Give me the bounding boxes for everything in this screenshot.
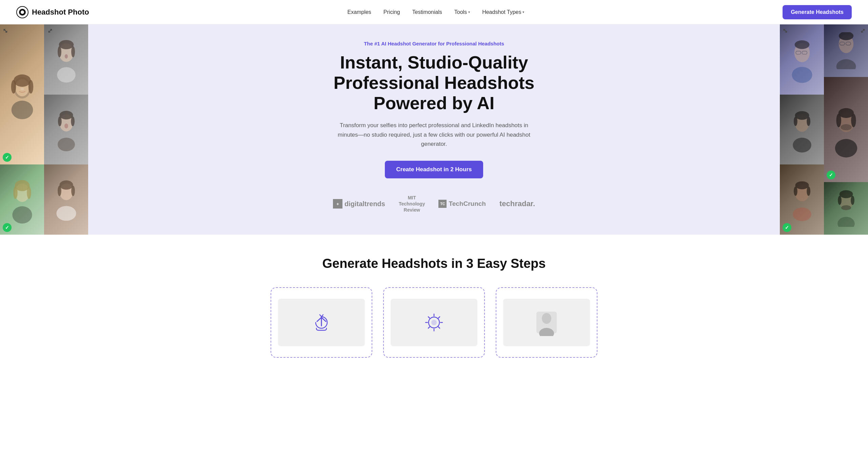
svg-point-16 <box>57 67 76 83</box>
svg-point-26 <box>64 123 68 129</box>
svg-point-46 <box>807 187 810 196</box>
svg-point-55 <box>836 114 841 127</box>
photo-male-glasses-top <box>780 24 824 95</box>
svg-point-23 <box>59 111 73 119</box>
dt-icon: + <box>333 199 342 209</box>
hero-subtitle: Transform your selfies into perfect prof… <box>336 121 532 149</box>
dt-label: digitaltrends <box>344 200 385 208</box>
svg-point-60 <box>839 190 853 198</box>
svg-point-7 <box>14 75 31 87</box>
press-logos: + digitaltrends MITTechnologyReview TC T… <box>322 195 546 213</box>
left-col-2 <box>44 24 88 235</box>
expand-tl-icon: ⤡ <box>3 27 8 35</box>
svg-point-40 <box>793 117 797 126</box>
logo-link[interactable]: Headshot Photo <box>16 6 89 18</box>
svg-point-13 <box>13 187 18 199</box>
chevron-down-icon: ▾ <box>522 10 524 14</box>
svg-point-19 <box>71 46 75 57</box>
hero-photos-left: ⤡ ⤢ ✓ <box>0 24 88 235</box>
press-mit: MITTechnologyReview <box>399 195 425 213</box>
generate-headshots-button[interactable]: Generate Headshots <box>783 5 852 19</box>
right-col-2: ✓ <box>824 24 868 235</box>
result-photo-icon <box>533 309 560 336</box>
nav-item-testimonials[interactable]: Testimonials <box>412 9 442 15</box>
svg-point-53 <box>835 139 857 157</box>
step-card-2 <box>383 287 485 358</box>
steps-title: Generate Headshots in 3 Easy Steps <box>16 256 852 271</box>
expand-right-tl-icon: ⤡ <box>783 27 788 35</box>
svg-point-39 <box>795 111 809 119</box>
svg-point-2 <box>21 11 24 14</box>
right-col-1: ✓ <box>780 24 824 235</box>
expand-right-tr-icon: ⤢ <box>860 27 865 35</box>
step-card-3 <box>496 287 597 358</box>
press-digitaltrends: + digitaltrends <box>333 199 385 209</box>
photo-male-beard-bottom <box>824 182 868 235</box>
nav-item-headshot-types[interactable]: Headshot Types ▾ <box>482 9 524 15</box>
left-col-1: ✓ ✓ <box>0 24 44 235</box>
nav-item-examples[interactable]: Examples <box>348 9 371 15</box>
svg-point-30 <box>58 186 61 196</box>
check-badge-right-2: ✓ <box>827 171 835 179</box>
svg-point-41 <box>807 117 810 126</box>
steps-section: Generate Headshots in 3 Easy Steps <box>0 235 868 371</box>
svg-point-65 <box>431 320 437 325</box>
press-techcrunch: TC TechCrunch <box>438 200 486 208</box>
photo-female-outdoor: ✓ <box>0 164 44 235</box>
press-techradar: techradar. <box>499 199 535 208</box>
svg-point-17 <box>59 40 74 49</box>
svg-point-33 <box>792 67 812 83</box>
step-1-visual <box>278 299 365 346</box>
hero-center: The #1 AI Headshot Generator for Profess… <box>315 41 553 213</box>
svg-point-28 <box>56 206 76 221</box>
logo-text: Headshot Photo <box>32 8 89 17</box>
hero-photos-right: ⤡ ⤢ <box>780 24 868 235</box>
logo-icon <box>16 6 28 18</box>
step-3-visual <box>503 299 590 346</box>
svg-point-8 <box>11 80 16 94</box>
steps-grid <box>16 287 852 358</box>
svg-point-14 <box>27 187 31 199</box>
expand-tr-icon: ⤢ <box>47 27 53 35</box>
photo-female-brunette: ✓ <box>0 24 44 164</box>
photo-male-dark-large: ✓ <box>824 77 868 182</box>
svg-point-29 <box>59 180 73 190</box>
nav-menu: Examples Pricing Testimonials Tools ▾ He… <box>348 9 525 15</box>
svg-point-34 <box>794 40 809 49</box>
upload-icon <box>310 311 333 334</box>
svg-point-56 <box>851 114 856 127</box>
svg-point-6 <box>20 88 24 90</box>
hero-title: Instant, Studio-Quality Professional Hea… <box>322 53 546 113</box>
chevron-down-icon: ▾ <box>468 10 470 14</box>
svg-point-22 <box>58 138 75 151</box>
photo-male-colorful: ✓ <box>780 164 824 235</box>
svg-point-24 <box>58 116 61 126</box>
svg-point-57 <box>841 124 852 130</box>
techradar-label: techradar. <box>499 199 535 208</box>
svg-point-20 <box>64 54 67 59</box>
mit-label: MITTechnologyReview <box>399 195 425 213</box>
hero-cta-button[interactable]: Create Headshot in 2 Hours <box>385 161 484 178</box>
svg-point-61 <box>838 196 842 205</box>
photo-female-surprised-mid <box>44 95 88 165</box>
tc-label: TechCrunch <box>449 200 486 208</box>
hero-section: ⤡ ⤢ ✓ <box>0 24 868 235</box>
step-2-visual <box>391 299 477 346</box>
nav-item-pricing[interactable]: Pricing <box>383 9 400 15</box>
svg-point-48 <box>836 59 856 69</box>
svg-point-43 <box>793 208 811 221</box>
svg-point-9 <box>28 80 33 94</box>
svg-point-31 <box>71 186 75 196</box>
svg-point-38 <box>793 138 811 153</box>
photo-female-white-dress <box>44 164 88 235</box>
svg-point-25 <box>71 116 75 126</box>
svg-point-59 <box>837 217 855 227</box>
hero-tag: The #1 AI Headshot Generator for Profess… <box>322 41 546 46</box>
check-badge-right-1: ✓ <box>783 223 791 232</box>
nav-item-tools[interactable]: Tools ▾ <box>454 9 470 15</box>
svg-point-63 <box>841 205 851 210</box>
navbar: Headshot Photo Examples Pricing Testimon… <box>0 0 868 24</box>
svg-point-67 <box>542 313 551 324</box>
tc-icon: TC <box>438 200 447 208</box>
svg-point-18 <box>58 46 61 57</box>
